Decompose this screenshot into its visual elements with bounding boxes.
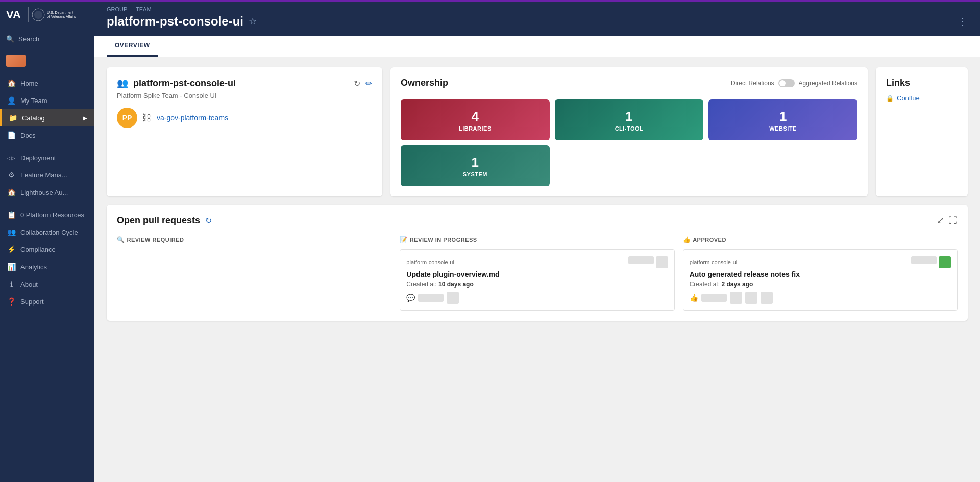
pr-created-value-2: 2 days ago bbox=[721, 281, 753, 288]
pr-columns: 🔍 REVIEW REQUIRED 📝 REVIEW IN PROGRESS bbox=[117, 236, 958, 311]
lighthouse-icon: 🏠 bbox=[7, 188, 15, 196]
approved-label: APPROVED bbox=[693, 237, 726, 243]
sidebar-item-deployment[interactable]: ◁▷ Deployment bbox=[0, 149, 94, 166]
cli-label: CLI-TOOL bbox=[615, 125, 644, 132]
sidebar-search[interactable]: 🔍 Search bbox=[0, 28, 94, 50]
pr-footer-img-2 bbox=[730, 292, 742, 304]
relations-toggle[interactable] bbox=[778, 79, 795, 87]
search-button[interactable]: 🔍 Search bbox=[6, 33, 88, 45]
main-content: GROUP — TEAM platform-pst-console-ui ☆ ⋮… bbox=[94, 2, 980, 482]
sidebar-user bbox=[0, 50, 94, 71]
member-link[interactable]: va-gov-platform-teams bbox=[157, 114, 228, 122]
sidebar-logo: VA U.S. Department of Veterans Affairs bbox=[0, 2, 94, 28]
review-in-progress-label: REVIEW IN PROGRESS bbox=[410, 237, 477, 243]
cli-count: 1 bbox=[625, 109, 632, 124]
sidebar-item-label: About bbox=[20, 281, 38, 288]
empty-column bbox=[117, 249, 391, 270]
sidebar-item-label: 0 Platform Resources bbox=[20, 211, 84, 219]
sidebar-nav: 🏠 Home 👤 My Team 📁 Catalog ▶ 📄 Docs ◁▷ D… bbox=[0, 71, 94, 482]
pr-column-review-in-progress: 📝 REVIEW IN PROGRESS platform-console-ui bbox=[400, 236, 674, 311]
tile-website[interactable]: 1 WEBSITE bbox=[708, 99, 857, 140]
sidebar-item-my-team[interactable]: 👤 My Team bbox=[0, 92, 94, 109]
dept-line2: of Veterans Affairs bbox=[47, 15, 76, 19]
pr-footer-avatar-2 bbox=[701, 294, 727, 302]
pr-card-title-2[interactable]: Auto generated release notes fix bbox=[690, 270, 951, 278]
links-card: Links 🔒 Conflue bbox=[876, 67, 968, 196]
team-refresh-button[interactable]: ↻ bbox=[354, 79, 360, 88]
sidebar-item-about[interactable]: ℹ About bbox=[0, 275, 94, 293]
sidebar-item-label: Docs bbox=[20, 132, 36, 139]
member-avatar: PP bbox=[117, 108, 137, 128]
pr-card-title[interactable]: Update plugin-overview.md bbox=[406, 270, 668, 278]
sidebar-item-label: Collaboration Cycle bbox=[20, 229, 78, 236]
tile-system[interactable]: 1 SYSTEM bbox=[401, 145, 550, 186]
ownership-toggles: Direct Relations Aggregated Relations bbox=[731, 79, 857, 87]
sidebar-item-feature-mana[interactable]: ⚙ Feature Mana... bbox=[0, 166, 94, 184]
website-label: WEBSITE bbox=[769, 125, 797, 132]
pr-refresh-icon[interactable]: ↻ bbox=[205, 216, 212, 225]
pr-img-placeholder bbox=[656, 256, 668, 268]
compliance-icon: ⚡ bbox=[7, 245, 15, 253]
pr-avatar-placeholder bbox=[628, 256, 654, 264]
team-card-title: platform-pst-console-ui bbox=[133, 78, 236, 89]
sidebar: VA U.S. Department of Veterans Affairs 🔍… bbox=[0, 2, 94, 482]
pr-card-meta: Created at: 10 days ago bbox=[406, 281, 668, 288]
lock-icon: 🔒 bbox=[886, 95, 894, 102]
pr-comment-icon-2: 👍 bbox=[690, 294, 698, 302]
tile-libraries[interactable]: 4 LIBRARIES bbox=[401, 99, 550, 140]
top-cards-row: 👥 platform-pst-console-ui ↻ ✏ Platform S… bbox=[107, 67, 968, 196]
team-card-icon: 👥 bbox=[117, 78, 128, 89]
sidebar-item-label: Home bbox=[20, 80, 38, 87]
more-options-icon[interactable]: ⋮ bbox=[958, 15, 968, 28]
system-count: 1 bbox=[472, 155, 479, 170]
search-icon: 🔍 bbox=[6, 35, 14, 43]
pr-created-value: 10 days ago bbox=[438, 281, 474, 288]
pull-requests-section: Open pull requests ↻ ⤢ ⛶ 🔍 REVIEW REQUIR… bbox=[107, 205, 968, 321]
sidebar-item-platform-resources[interactable]: 📋 0 Platform Resources bbox=[0, 206, 94, 223]
page-header: GROUP — TEAM platform-pst-console-ui ☆ ⋮ bbox=[94, 2, 980, 36]
deployment-icon: ◁▷ bbox=[7, 154, 15, 162]
dept-seal-icon bbox=[32, 8, 45, 21]
libraries-label: LIBRARIES bbox=[459, 125, 492, 132]
pr-avatar-placeholder-2 bbox=[911, 256, 937, 264]
sidebar-item-catalog[interactable]: 📁 Catalog ▶ bbox=[0, 109, 94, 126]
team-edit-button[interactable]: ✏ bbox=[365, 79, 372, 88]
link-label: Conflue bbox=[897, 94, 920, 102]
pr-fullscreen-button[interactable]: ⛶ bbox=[948, 215, 958, 226]
support-icon: ❓ bbox=[7, 297, 15, 306]
home-icon: 🏠 bbox=[7, 79, 15, 87]
svg-point-1 bbox=[34, 11, 42, 19]
pr-footer-img-3 bbox=[745, 292, 757, 304]
pr-column-review-required: 🔍 REVIEW REQUIRED bbox=[117, 236, 391, 311]
tab-overview[interactable]: OVERVIEW bbox=[107, 36, 158, 57]
dept-line1: U.S. Department bbox=[47, 11, 76, 15]
review-in-progress-emoji: 📝 bbox=[400, 236, 408, 243]
sidebar-item-lighthouse-au[interactable]: 🏠 Lighthouse Au... bbox=[0, 184, 94, 201]
pr-card-release-notes: platform-console-ui Auto generated relea… bbox=[683, 249, 958, 311]
star-icon[interactable]: ☆ bbox=[249, 16, 257, 27]
pr-footer-img bbox=[447, 292, 459, 304]
pr-expand-button[interactable]: ⤢ bbox=[937, 215, 944, 226]
tabs-bar: OVERVIEW bbox=[94, 36, 980, 57]
catalog-arrow-icon: ▶ bbox=[83, 115, 87, 121]
sidebar-item-support[interactable]: ❓ Support bbox=[0, 293, 94, 310]
sidebar-item-label: Feature Mana... bbox=[20, 171, 67, 179]
team-card: 👥 platform-pst-console-ui ↻ ✏ Platform S… bbox=[107, 67, 382, 196]
sidebar-item-compliance[interactable]: ⚡ Compliance bbox=[0, 241, 94, 258]
page-title: platform-pst-console-ui bbox=[107, 14, 243, 29]
about-icon: ℹ bbox=[7, 280, 15, 288]
content-area: 👥 platform-pst-console-ui ↻ ✏ Platform S… bbox=[94, 57, 980, 482]
feature-icon: ⚙ bbox=[7, 171, 15, 179]
sidebar-item-analytics[interactable]: 📊 Analytics bbox=[0, 258, 94, 275]
tile-cli-tool[interactable]: 1 CLI-TOOL bbox=[555, 99, 704, 140]
pr-footer-avatar bbox=[418, 294, 444, 302]
sidebar-item-home[interactable]: 🏠 Home bbox=[0, 74, 94, 92]
sidebar-item-docs[interactable]: 📄 Docs bbox=[0, 126, 94, 144]
my-team-icon: 👤 bbox=[7, 96, 15, 105]
direct-relations-label: Direct Relations bbox=[731, 80, 774, 87]
analytics-icon: 📊 bbox=[7, 263, 15, 271]
sidebar-item-collaboration-cycle[interactable]: 👥 Collaboration Cycle bbox=[0, 223, 94, 241]
link-item-conflue[interactable]: 🔒 Conflue bbox=[886, 94, 958, 102]
pr-img-green bbox=[939, 256, 951, 268]
docs-icon: 📄 bbox=[7, 131, 15, 139]
